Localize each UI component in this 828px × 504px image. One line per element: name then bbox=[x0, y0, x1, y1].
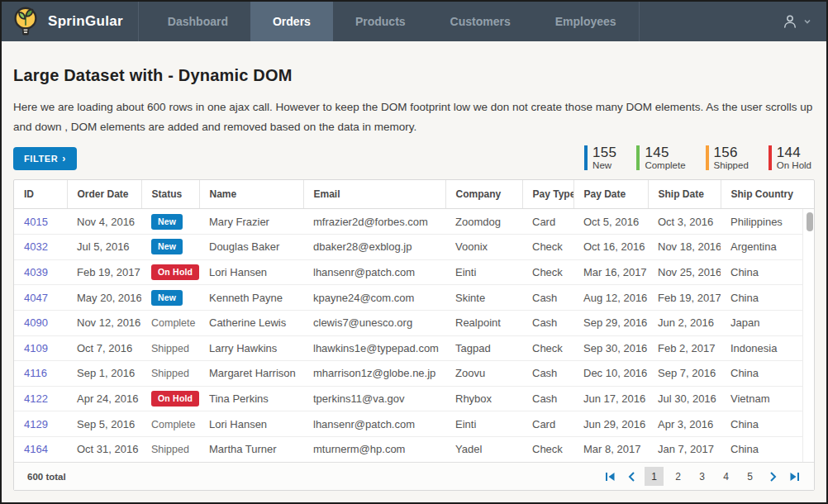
table-row: 4164Oct 31, 2016ShippedMartha Turnermtur… bbox=[14, 436, 802, 462]
chevron-down-icon bbox=[803, 17, 811, 26]
lightbulb-leaf-icon bbox=[12, 5, 40, 38]
toolbar: FILTER › 155New145Complete156Shipped144O… bbox=[13, 145, 815, 171]
cell-email: dbaker28@exblog.jp bbox=[303, 235, 445, 260]
page-button-1[interactable]: 1 bbox=[645, 467, 664, 486]
table-row: 4122Apr 24, 2016On HoldTina Perkinstperk… bbox=[14, 386, 802, 411]
order-id-link[interactable]: 4039 bbox=[24, 266, 48, 278]
cell-id: 4164 bbox=[14, 436, 67, 462]
cell-order-date: Feb 19, 2017 bbox=[67, 259, 141, 285]
cell-id: 4039 bbox=[14, 259, 67, 285]
cell-ship-date: Jul 30, 2016 bbox=[648, 386, 721, 411]
summary-stat-complete: 145Complete bbox=[636, 145, 685, 171]
order-id-link[interactable]: 4090 bbox=[24, 316, 48, 329]
cell-pay-date: Dec 10, 2016 bbox=[573, 361, 648, 387]
user-menu[interactable] bbox=[781, 2, 826, 41]
cell-status: Shipped bbox=[141, 436, 199, 462]
cell-ship-country: Japan bbox=[721, 310, 802, 335]
cell-email: mfrazier2d@forbes.com bbox=[303, 209, 445, 235]
last-page-button[interactable] bbox=[786, 468, 802, 486]
cell-ship-country: Philippines bbox=[721, 209, 802, 235]
cell-ship-date: Nov 25, 2016 bbox=[648, 259, 721, 285]
order-id-link[interactable]: 4109 bbox=[24, 342, 48, 354]
cell-ship-date: Nov 18, 2016 bbox=[648, 235, 721, 260]
cell-ship-date: Oct 3, 2016 bbox=[648, 209, 721, 235]
cell-pay-date: Aug 12, 2016 bbox=[573, 285, 648, 311]
stat-label: On Hold bbox=[777, 161, 811, 171]
cell-order-date: Oct 7, 2016 bbox=[67, 335, 141, 361]
nav-divider-right bbox=[639, 2, 640, 41]
col-header-order-date: Order Date bbox=[67, 180, 141, 208]
user-icon bbox=[781, 12, 799, 31]
prev-page-button[interactable] bbox=[623, 468, 640, 486]
order-id-link[interactable]: 4015 bbox=[24, 216, 48, 228]
cell-order-date: May 20, 2016 bbox=[67, 285, 141, 311]
cell-name: Lori Hansen bbox=[199, 411, 303, 437]
table-row: 4116Sep 1, 2016ShippedMargaret Harrisonm… bbox=[14, 361, 802, 387]
cell-pay-type: Check bbox=[522, 436, 573, 462]
nav-item-products[interactable]: Products bbox=[333, 2, 428, 41]
cell-email: mharrison1z@globe.ne.jp bbox=[303, 361, 445, 387]
nav-divider bbox=[138, 2, 139, 41]
status-badge: Complete bbox=[151, 317, 196, 329]
cell-id: 4122 bbox=[14, 386, 67, 411]
summary-stat-shipped: 156Shipped bbox=[706, 145, 749, 171]
filter-button[interactable]: FILTER › bbox=[13, 147, 77, 170]
order-id-link[interactable]: 4122 bbox=[24, 392, 48, 405]
cell-pay-type: Cash bbox=[522, 310, 573, 335]
cell-email: clewis7@unesco.org bbox=[303, 310, 445, 335]
cell-id: 4116 bbox=[14, 361, 67, 387]
order-id-link[interactable]: 4047 bbox=[24, 292, 48, 304]
first-page-button[interactable] bbox=[602, 468, 618, 486]
table-scrollbar bbox=[802, 209, 814, 462]
cell-name: Martha Turner bbox=[199, 436, 303, 462]
nav-item-dashboard[interactable]: Dashboard bbox=[145, 2, 250, 41]
order-id-link[interactable]: 4116 bbox=[24, 367, 47, 379]
nav-item-employees[interactable]: Employees bbox=[533, 2, 639, 41]
table-row: 4039Feb 19, 2017On HoldLori Hansenlhanse… bbox=[14, 259, 802, 285]
cell-email: tperkins11@va.gov bbox=[303, 386, 445, 411]
cell-email: kpayne24@com.com bbox=[303, 285, 445, 311]
cell-company: Voonix bbox=[445, 235, 522, 260]
order-id-link[interactable]: 4129 bbox=[24, 418, 48, 430]
cell-company: Tagpad bbox=[445, 335, 522, 361]
page-button-5[interactable]: 5 bbox=[740, 467, 759, 486]
status-summary: 155New145Complete156Shipped144On Hold bbox=[584, 145, 815, 171]
cell-status: New bbox=[141, 285, 199, 311]
cell-id: 4047 bbox=[14, 285, 67, 311]
page-button-2[interactable]: 2 bbox=[669, 467, 688, 486]
col-header-pay-type: Pay Type bbox=[522, 180, 573, 208]
main-nav: DashboardOrdersProductsCustomersEmployee… bbox=[145, 2, 639, 41]
cell-ship-country: Argentina bbox=[721, 235, 802, 260]
cell-order-date: Oct 31, 2016 bbox=[67, 436, 141, 462]
col-header-pay-date: Pay Date bbox=[573, 180, 648, 208]
cell-ship-date: Feb 19, 2017 bbox=[648, 285, 721, 311]
nav-item-customers[interactable]: Customers bbox=[428, 2, 533, 41]
page-button-4[interactable]: 4 bbox=[716, 467, 735, 486]
col-header-id: ID bbox=[14, 180, 67, 208]
summary-stat-new: 155New bbox=[584, 145, 616, 171]
nav-item-orders[interactable]: Orders bbox=[250, 2, 333, 41]
status-badge: New bbox=[151, 290, 183, 306]
cell-id: 4109 bbox=[14, 335, 67, 361]
order-id-link[interactable]: 4032 bbox=[24, 240, 48, 253]
page-button-3[interactable]: 3 bbox=[692, 467, 711, 486]
cell-order-date: Sep 5, 2016 bbox=[67, 411, 141, 437]
cell-email: lhansenr@patch.com bbox=[303, 259, 445, 285]
brand[interactable]: SprinGular bbox=[2, 2, 138, 41]
cell-status: Complete bbox=[141, 310, 199, 335]
chevron-right-icon: › bbox=[62, 153, 66, 164]
next-page-button[interactable] bbox=[764, 468, 781, 486]
cell-name: Catherine Lewis bbox=[199, 310, 303, 335]
cell-order-date: Nov 12, 2016 bbox=[67, 310, 141, 335]
brand-name: SprinGular bbox=[48, 13, 123, 30]
cell-pay-date: Sep 30, 2016 bbox=[573, 335, 648, 361]
col-header-ship-date: Ship Date bbox=[648, 180, 721, 208]
order-id-link[interactable]: 4164 bbox=[24, 443, 48, 455]
cell-ship-date: Sep 7, 2016 bbox=[648, 361, 721, 387]
cell-order-date: Nov 4, 2016 bbox=[67, 209, 141, 235]
scrollbar-thumb[interactable] bbox=[807, 212, 813, 231]
table-row: 4090Nov 12, 2016CompleteCatherine Lewisc… bbox=[14, 310, 802, 335]
cell-company: Einti bbox=[445, 259, 522, 285]
stat-count: 145 bbox=[645, 145, 685, 159]
cell-name: Douglas Baker bbox=[199, 235, 303, 260]
